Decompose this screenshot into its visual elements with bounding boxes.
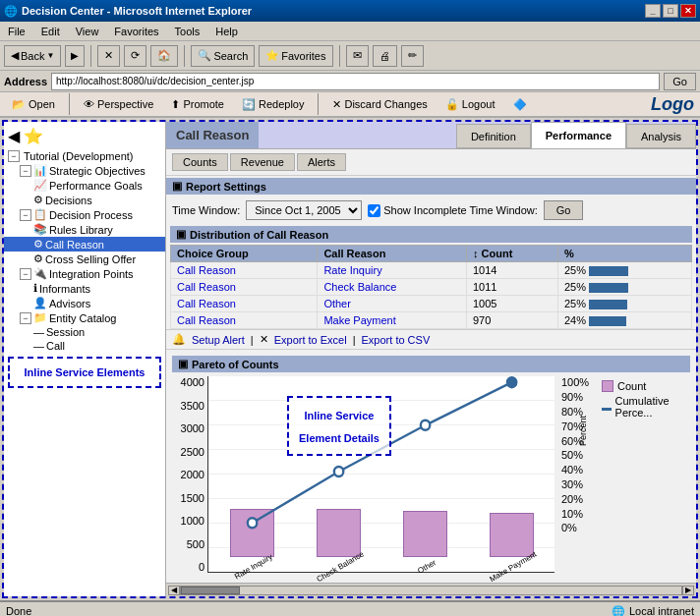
table-sep-2: | bbox=[353, 334, 356, 346]
sidebar-item-integration-points[interactable]: − 🔌 Integration Points bbox=[4, 266, 165, 281]
edit-button[interactable]: ✏ bbox=[401, 45, 424, 67]
scroll-left-button[interactable]: ◀ bbox=[168, 586, 180, 595]
expand-root-icon[interactable]: − bbox=[8, 150, 20, 162]
home-button[interactable]: 🏠 bbox=[150, 45, 178, 67]
forward-button[interactable]: ▶ bbox=[65, 45, 85, 67]
cell-group-3[interactable]: Call Reason bbox=[171, 312, 318, 329]
sidebar-item-performance-goals[interactable]: 📈 Performance Goals bbox=[4, 178, 165, 193]
favorites-button[interactable]: ⭐ Favorites bbox=[259, 45, 332, 67]
sidebar-item-strategic-objectives[interactable]: − 📊 Strategic Objectives bbox=[4, 163, 165, 178]
menu-edit[interactable]: Edit bbox=[37, 24, 64, 39]
cell-pct-2: 25% bbox=[557, 296, 691, 312]
collapse-dist-icon[interactable]: ▣ bbox=[176, 228, 186, 241]
distribution-table: Choice Group Call Reason ↕ Count % Call … bbox=[170, 245, 692, 329]
tab-definition[interactable]: Definition bbox=[456, 124, 531, 148]
subtab-counts[interactable]: Counts bbox=[172, 153, 228, 171]
sidebar-item-call[interactable]: — Call bbox=[4, 339, 165, 353]
open-button[interactable]: 📂 Open bbox=[6, 96, 61, 113]
sidebar-item-session[interactable]: — Session bbox=[4, 325, 165, 339]
col-count[interactable]: ↕ Count bbox=[466, 246, 557, 262]
distribution-section: ▣ Distribution of Call Reason Choice Gro… bbox=[166, 224, 696, 329]
discard-button[interactable]: ✕ Discard Changes bbox=[326, 96, 433, 113]
cross-icon: ⚙ bbox=[33, 252, 43, 265]
sidebar-item-cross-selling[interactable]: ⚙ Cross Selling Offer bbox=[4, 252, 165, 266]
cell-group-1[interactable]: Call Reason bbox=[171, 279, 318, 296]
mail-button[interactable]: ✉ bbox=[346, 45, 369, 67]
back-button[interactable]: ◀ Back ▼ bbox=[4, 45, 61, 67]
address-input[interactable] bbox=[51, 73, 660, 90]
promote-button[interactable]: ⬆ Promote bbox=[165, 96, 230, 113]
menu-file[interactable]: File bbox=[4, 24, 29, 39]
sidebar-label-informants: Informants bbox=[39, 283, 90, 295]
expand-decision-icon[interactable]: − bbox=[20, 209, 31, 221]
sidebar-item-call-reason[interactable]: ⚙ Call Reason bbox=[4, 237, 165, 252]
sidebar-label-call: Call bbox=[46, 340, 65, 352]
logout-button[interactable]: 🔓 Logout bbox=[439, 96, 501, 113]
nav-icon-2[interactable]: ⭐ bbox=[24, 127, 43, 145]
refresh-button[interactable]: ⟳ bbox=[124, 45, 146, 67]
cell-pct-1: 25% bbox=[557, 279, 691, 296]
perspective-button[interactable]: 👁 Perspective bbox=[78, 96, 159, 112]
cell-group-2[interactable]: Call Reason bbox=[171, 296, 318, 312]
go-main-button[interactable]: Go bbox=[544, 200, 584, 220]
cell-reason-2[interactable]: Other bbox=[318, 296, 467, 312]
sidebar-item-decision-process[interactable]: − 📋 Decision Process bbox=[4, 207, 165, 222]
data-point-4 bbox=[507, 378, 516, 388]
expand-entity-icon[interactable]: − bbox=[20, 312, 31, 324]
legend-color-count bbox=[602, 380, 613, 392]
sidebar-item-informants[interactable]: ℹ Informants bbox=[4, 281, 165, 296]
sidebar-item-entity-catalog[interactable]: − 📁 Entity Catalog bbox=[4, 310, 165, 325]
entity-icon: 📁 bbox=[33, 311, 47, 324]
search-button[interactable]: 🔍 Search bbox=[191, 45, 255, 67]
print-button[interactable]: 🖨 bbox=[373, 45, 397, 67]
scrollbar-horizontal[interactable]: ◀ ▶ bbox=[166, 583, 696, 596]
stop-button[interactable]: ✕ bbox=[97, 45, 120, 67]
redeploy-button[interactable]: 🔄 Redeploy bbox=[236, 96, 310, 113]
sidebar-item-advisors[interactable]: 👤 Advisors bbox=[4, 296, 165, 310]
inline-service-box: Inline Service Elements bbox=[8, 357, 161, 388]
data-point-1 bbox=[248, 519, 257, 529]
expand-integration-icon[interactable]: − bbox=[20, 268, 31, 280]
menu-help[interactable]: Help bbox=[211, 24, 242, 39]
sidebar-item-root[interactable]: − Tutorial (Development) bbox=[4, 149, 165, 163]
expand-strategic-icon[interactable]: − bbox=[20, 165, 31, 177]
subtab-alerts[interactable]: Alerts bbox=[297, 153, 346, 171]
go-button[interactable]: Go bbox=[664, 73, 696, 90]
collapse-pareto-icon[interactable]: ▣ bbox=[178, 358, 188, 370]
sidebar-label-strategic: Strategic Objectives bbox=[49, 165, 146, 177]
setup-alert-button[interactable]: Setup Alert bbox=[192, 334, 245, 346]
app-toolbar: 📂 Open 👁 Perspective ⬆ Promote 🔄 Redeplo… bbox=[0, 92, 700, 118]
scroll-right-button[interactable]: ▶ bbox=[682, 586, 694, 595]
nav-icon-1[interactable]: ◀ bbox=[8, 127, 20, 145]
cell-reason-3[interactable]: Make Payment bbox=[318, 312, 467, 329]
export-excel-button[interactable]: Export to Excel bbox=[274, 334, 347, 346]
cell-group-0[interactable]: Call Reason bbox=[171, 262, 318, 279]
back-dropdown-icon[interactable]: ▼ bbox=[46, 51, 54, 60]
report-settings-row: Time Window: Since Oct 1, 2005 Show Inco… bbox=[166, 196, 696, 224]
time-window-select[interactable]: Since Oct 1, 2005 bbox=[246, 200, 362, 220]
scroll-thumb[interactable] bbox=[181, 587, 240, 594]
export-csv-button[interactable]: Export to CSV bbox=[362, 334, 431, 346]
collapse-report-icon[interactable]: ▣ bbox=[172, 180, 182, 193]
menu-favorites[interactable]: Favorites bbox=[110, 24, 162, 39]
informants-icon: ℹ bbox=[33, 282, 37, 295]
cell-reason-1[interactable]: Check Balance bbox=[318, 279, 467, 296]
status-intranet-text: Local intranet bbox=[629, 605, 694, 616]
maximize-button[interactable]: □ bbox=[663, 4, 678, 18]
decision-process-icon: 📋 bbox=[33, 208, 47, 221]
sidebar-item-decisions[interactable]: ⚙ Decisions bbox=[4, 193, 165, 207]
scroll-track[interactable] bbox=[180, 586, 682, 595]
extra-icon[interactable]: 🔷 bbox=[507, 96, 533, 113]
sidebar-item-rules-library[interactable]: 📚 Rules Library bbox=[4, 222, 165, 237]
close-button[interactable]: ✕ bbox=[680, 4, 696, 18]
menu-view[interactable]: View bbox=[72, 24, 103, 39]
cell-reason-0[interactable]: Rate Inquiry bbox=[318, 262, 467, 279]
tab-performance[interactable]: Performance bbox=[531, 122, 626, 148]
inline-service-label: Inline Service Elements bbox=[25, 366, 146, 378]
tab-analysis[interactable]: Analysis bbox=[626, 124, 696, 148]
incomplete-checkbox[interactable] bbox=[368, 204, 380, 217]
minimize-button[interactable]: _ bbox=[645, 4, 661, 18]
menu-tools[interactable]: Tools bbox=[171, 24, 204, 39]
subtab-revenue[interactable]: Revenue bbox=[230, 153, 295, 171]
call-icon: — bbox=[33, 340, 44, 352]
